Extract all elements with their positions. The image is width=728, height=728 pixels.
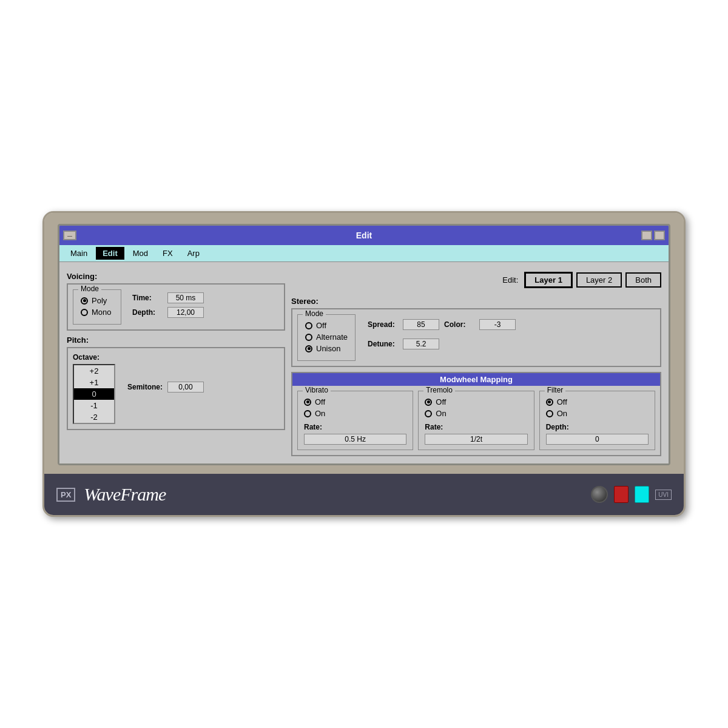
window-title: Edit xyxy=(356,231,372,240)
layout-top: Voicing: Mode Poly xyxy=(67,272,661,456)
semitone-value[interactable]: 0,00 xyxy=(167,382,204,393)
poly-radio-row[interactable]: Poly xyxy=(81,296,113,305)
time-label: Time: xyxy=(132,294,163,302)
filter-depth-container: Depth: 0 xyxy=(546,423,649,445)
voicing-inner: Mode Poly Mono xyxy=(73,289,279,325)
tab-mod[interactable]: Mod xyxy=(127,248,154,259)
spread-value[interactable]: 85 xyxy=(403,319,439,330)
stereo-panel: Mode Off Alternate xyxy=(291,308,661,367)
pitch-section: Pitch: Octave: +2 +1 0 xyxy=(67,335,285,430)
title-bar-right xyxy=(641,231,669,240)
voicing-mode-group: Mode Poly Mono xyxy=(73,289,121,325)
tab-arp[interactable]: Arp xyxy=(181,248,206,259)
main-knob[interactable] xyxy=(591,486,608,503)
vibrato-rate-label: Rate: xyxy=(304,423,406,431)
tremolo-rate-container: Rate: 1/2t xyxy=(425,423,527,445)
minimize-icon: — xyxy=(67,233,72,238)
tab-edit[interactable]: Edit xyxy=(96,247,124,260)
filter-off-label: Off xyxy=(557,397,567,406)
tremolo-off-label: Off xyxy=(436,397,446,406)
octave-container: Octave: +2 +1 0 -1 -2 xyxy=(73,353,115,424)
filter-off-radio[interactable] xyxy=(546,399,553,406)
title-bar: — Edit xyxy=(59,226,669,245)
title-bar-left: — xyxy=(59,231,76,240)
tremolo-rate-value[interactable]: 1/2t xyxy=(425,434,527,445)
voicing-panel: Mode Poly Mono xyxy=(67,283,285,331)
octave-heading: Octave: xyxy=(73,353,115,362)
tremolo-off-row[interactable]: Off xyxy=(425,397,527,406)
both-button[interactable]: Both xyxy=(625,272,661,288)
stereo-params: Spread: 85 Color: -3 Detune: 5.2 xyxy=(368,314,516,353)
nav-tabs: Main Edit Mod FX Arp xyxy=(59,245,669,262)
btn-sm-1[interactable] xyxy=(641,231,652,240)
btn-sm-2[interactable] xyxy=(654,231,665,240)
filter-group: Filter Off On xyxy=(539,391,655,450)
octave-plus1[interactable]: +1 xyxy=(74,377,114,388)
vibrato-group: Vibrato Off On xyxy=(297,391,413,450)
octave-zero[interactable]: 0 xyxy=(74,388,114,400)
mono-radio[interactable] xyxy=(81,309,88,316)
vibrato-on-row[interactable]: On xyxy=(304,409,406,418)
modwheel-section: Modwheel Mapping Vibrato Off xyxy=(291,372,661,456)
tremolo-off-radio[interactable] xyxy=(425,399,432,406)
octave-plus2[interactable]: +2 xyxy=(74,365,114,377)
filter-off-row[interactable]: Off xyxy=(546,397,649,406)
tab-main[interactable]: Main xyxy=(64,248,93,259)
device: — Edit Main Edit Mod FX Arp xyxy=(42,211,686,517)
filter-on-radio[interactable] xyxy=(546,410,553,417)
vibrato-on-radio[interactable] xyxy=(304,410,311,417)
color-value[interactable]: -3 xyxy=(479,319,516,330)
vibrato-rate-container: Rate: 0.5 Hz xyxy=(304,423,406,445)
edit-label: Edit: xyxy=(502,275,518,285)
stereo-unison-radio[interactable] xyxy=(305,345,312,352)
poly-radio[interactable] xyxy=(81,297,88,305)
pitch-label: Pitch: xyxy=(67,335,285,345)
content: Voicing: Mode Poly xyxy=(59,262,669,463)
filter-depth-value[interactable]: 0 xyxy=(546,434,649,445)
device-bottom: PX WaveFrame UVI xyxy=(44,474,684,515)
voicing-section: Voicing: Mode Poly xyxy=(67,272,285,331)
layer2-button[interactable]: Layer 2 xyxy=(576,272,622,288)
vibrato-rate-value[interactable]: 0.5 Hz xyxy=(304,434,406,445)
octave-minus1[interactable]: -1 xyxy=(74,400,114,411)
filter-depth-label: Depth: xyxy=(546,423,649,431)
detune-value[interactable]: 5.2 xyxy=(403,339,439,349)
vibrato-off-radio[interactable] xyxy=(304,399,311,406)
mono-label: Mono xyxy=(92,308,112,317)
stereo-off-radio[interactable] xyxy=(305,322,312,329)
layer1-button[interactable]: Layer 1 xyxy=(524,272,573,288)
px-badge: PX xyxy=(56,488,75,502)
time-value[interactable]: 50 ms xyxy=(167,292,204,303)
detune-row: Detune: 5.2 xyxy=(368,339,516,349)
voicing-params: Time: 50 ms Depth: 12,00 xyxy=(132,292,204,322)
filter-on-row[interactable]: On xyxy=(546,409,649,418)
octave-minus2[interactable]: -2 xyxy=(74,411,114,423)
pitch-inner: Octave: +2 +1 0 -1 -2 xyxy=(73,353,279,424)
detune-label: Detune: xyxy=(368,340,398,348)
vibrato-off-row[interactable]: Off xyxy=(304,397,406,406)
voicing-mode-label: Mode xyxy=(78,285,101,293)
edit-row: Edit: Layer 1 Layer 2 Both xyxy=(291,272,661,288)
voicing-label: Voicing: xyxy=(67,272,285,281)
tremolo-on-label: On xyxy=(436,409,446,418)
tremolo-on-row[interactable]: On xyxy=(425,409,527,418)
stereo-alternate-row[interactable]: Alternate xyxy=(305,332,348,342)
minimize-button[interactable]: — xyxy=(63,231,76,240)
octave-list[interactable]: +2 +1 0 -1 -2 xyxy=(73,364,115,424)
depth-row: Depth: 12,00 xyxy=(132,307,204,318)
vibrato-on-label: On xyxy=(315,409,325,418)
depth-value[interactable]: 12,00 xyxy=(167,307,204,318)
mono-radio-row[interactable]: Mono xyxy=(81,308,113,317)
stereo-off-row[interactable]: Off xyxy=(305,321,348,330)
bottom-controls: UVI xyxy=(591,486,672,503)
tremolo-on-radio[interactable] xyxy=(425,410,432,417)
stereo-alternate-radio[interactable] xyxy=(305,334,312,341)
spread-row: Spread: 85 Color: -3 xyxy=(368,319,516,330)
tab-fx[interactable]: FX xyxy=(157,248,179,259)
tremolo-group: Tremolo Off On xyxy=(418,391,534,450)
layout-left: Voicing: Mode Poly xyxy=(67,272,285,456)
stereo-unison-row[interactable]: Unison xyxy=(305,344,348,353)
time-row: Time: 50 ms xyxy=(132,292,204,303)
led-red xyxy=(614,486,629,503)
layout-right: Edit: Layer 1 Layer 2 Both Stereo: xyxy=(291,272,661,456)
